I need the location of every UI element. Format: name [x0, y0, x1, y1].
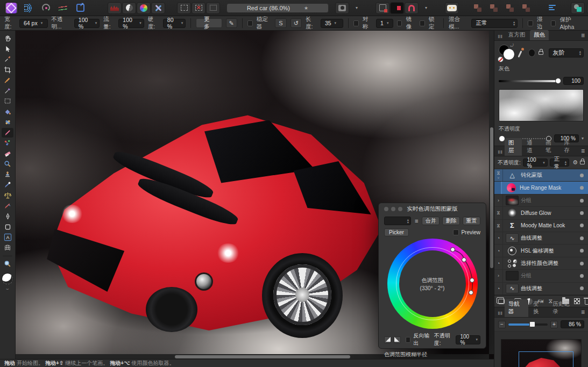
move-forward-button[interactable]: [487, 2, 501, 14]
marquee-select-tool[interactable]: [2, 96, 13, 106]
preset-menu-icon[interactable]: ≡: [414, 218, 419, 224]
ramp-left-button[interactable]: [384, 336, 391, 343]
layer-visibility-toggle[interactable]: [580, 236, 584, 240]
assistant-button[interactable]: [445, 2, 459, 14]
zoom-value[interactable]: 86 %: [561, 320, 584, 328]
delete-layer-icon[interactable]: [585, 298, 588, 305]
layer-visibility-toggle[interactable]: [580, 274, 584, 278]
window-control-dots[interactable]: [384, 207, 402, 211]
chevron-down-icon[interactable]: ▾: [582, 136, 584, 141]
zoom-slider[interactable]: [508, 323, 548, 326]
snapping-crop-button[interactable]: [376, 2, 389, 14]
live-hue-range-mask-dialog[interactable]: 实时色调范围图蒙版 ▴▾ ≡ 合并 删除 重置 Picker: [378, 203, 486, 349]
dodge-brush-tool[interactable]: [2, 180, 13, 190]
opacity-combo[interactable]: 100 %▾: [74, 19, 100, 28]
gray-slider-knob[interactable]: [555, 78, 561, 84]
panel-menu-icon[interactable]: ≡: [579, 308, 587, 317]
flow-combo[interactable]: 100 %▾: [118, 19, 144, 28]
stabilizer-checkbox[interactable]: [247, 20, 253, 26]
swap-colours-icon[interactable]: ⤾: [511, 43, 514, 48]
layer-visibility-toggle[interactable]: [580, 286, 584, 290]
hue-handle[interactable]: [469, 290, 473, 295]
auto-colour-button[interactable]: [137, 2, 151, 14]
live-filter-hourglass-icon[interactable]: ⧖⌄: [494, 169, 503, 181]
tab-stock[interactable]: 库存: [560, 138, 578, 156]
lock-checkbox[interactable]: [420, 20, 425, 26]
invert-output-checkbox[interactable]: [406, 337, 411, 343]
blemish-removal-tool[interactable]: [2, 117, 13, 127]
merge-button[interactable]: 合并: [422, 217, 440, 225]
smudge-brush-tool[interactable]: [2, 201, 13, 211]
duplicate-layer-icon[interactable]: [498, 299, 505, 304]
layer-row[interactable]: ⧖⌄ △ 钝化蒙版: [494, 169, 588, 182]
blend-mode-select[interactable]: 正常▴▾: [471, 19, 518, 28]
paint-brush-tool[interactable]: [2, 128, 13, 138]
auto-contrast-button[interactable]: [122, 2, 136, 14]
layer-visibility-toggle[interactable]: [580, 174, 584, 177]
vertical-scroll-thumb[interactable]: [490, 127, 493, 268]
hardness-combo[interactable]: 80 %▾: [163, 19, 186, 28]
undo-brush-tool[interactable]: [2, 159, 13, 169]
move-tool[interactable]: [2, 44, 13, 54]
wet-edges-checkbox[interactable]: [528, 20, 533, 26]
preset-select[interactable]: ▴▾: [384, 217, 411, 225]
tab-history[interactable]: 历史记录: [549, 299, 578, 317]
texture-paint-tool[interactable]: [2, 75, 13, 85]
invert-selection-button[interactable]: [206, 2, 220, 14]
hue-wheel[interactable]: 色调范围 (330° - 2°): [387, 239, 478, 329]
layer-row[interactable]: ◔ ∿ 曲线调整: [494, 283, 588, 295]
layer-visibility-toggle[interactable]: [580, 199, 584, 203]
burn-brush-tool[interactable]: [2, 191, 13, 200]
reset-button[interactable]: 重置: [463, 217, 480, 225]
rope-stabilizer-button[interactable]: S: [275, 18, 286, 28]
more-button[interactable]: 更多: [196, 18, 222, 28]
mirror-checkbox[interactable]: [397, 20, 402, 26]
tab-brushes[interactable]: 画笔: [542, 138, 559, 156]
delete-button[interactable]: 删除: [442, 217, 460, 225]
hue-handle[interactable]: [450, 247, 455, 252]
layer-row[interactable]: Hue Range Mask: [494, 182, 588, 194]
colour-picker-icon[interactable]: [518, 47, 525, 59]
colour-swatches[interactable]: ⤾: [499, 45, 515, 61]
tab-colour[interactable]: 颜色: [530, 30, 549, 40]
layer-visibility-toggle[interactable]: [580, 224, 584, 227]
tone-mapping-persona-button[interactable]: [56, 2, 70, 14]
layer-visibility-toggle[interactable]: [580, 211, 584, 215]
erase-brush-tool[interactable]: [2, 149, 13, 159]
alignment-button[interactable]: [545, 2, 559, 14]
document-title-dropdown[interactable]: Red car (86.0%) ★: [226, 3, 329, 13]
brush-preview-button[interactable]: ✎: [226, 18, 237, 28]
panel-grip-icon[interactable]: ▮▮: [498, 149, 502, 154]
flood-fill-tool[interactable]: [2, 107, 13, 117]
layer-row[interactable]: ◔ ∿ 曲线调整: [494, 232, 588, 244]
mask-preview-dropdown[interactable]: ▾: [350, 2, 364, 14]
adjustment-dot-icon[interactable]: ◔: [494, 283, 503, 294]
colour-model-select[interactable]: 灰阶▴▾: [549, 48, 584, 57]
layer-row[interactable]: ◔ HSL 偏移调整: [494, 244, 588, 257]
live-filter-hourglass-icon[interactable]: ⧖: [494, 220, 503, 232]
canvas-vertical-scrollbar[interactable]: [489, 31, 494, 354]
boolean-add-button[interactable]: [571, 2, 585, 14]
layer-row[interactable]: ⧖ Diffuse Glow: [494, 207, 588, 219]
clip-canvas-button[interactable]: [390, 2, 404, 14]
colour-picker-tool[interactable]: [2, 54, 13, 64]
colour-swatch-well[interactable]: [2, 273, 13, 285]
layer-visibility-toggle[interactable]: [580, 249, 584, 253]
develop-persona-button[interactable]: [39, 2, 53, 14]
expand-chevron-icon[interactable]: ›: [494, 270, 503, 282]
horizontal-scroll-thumb[interactable]: [175, 355, 350, 358]
snapping-dropdown[interactable]: ▾: [419, 2, 433, 14]
viewport-rectangle[interactable]: [519, 351, 573, 367]
snapping-button[interactable]: [405, 2, 419, 14]
protect-alpha-checkbox[interactable]: [551, 20, 556, 26]
tab-channels[interactable]: 通道: [523, 138, 541, 156]
text-tool[interactable]: A: [2, 233, 13, 242]
gray-value[interactable]: 100: [563, 77, 584, 85]
photo-persona-button[interactable]: [4, 2, 18, 14]
panel-menu-icon[interactable]: ≡: [579, 147, 587, 156]
symmetry-checkbox[interactable]: [353, 20, 359, 26]
deselect-button[interactable]: ✕: [192, 2, 206, 14]
zoom-out-button[interactable]: −: [498, 321, 506, 328]
crop-tool[interactable]: [2, 65, 13, 75]
lock-icon[interactable]: [539, 51, 543, 55]
